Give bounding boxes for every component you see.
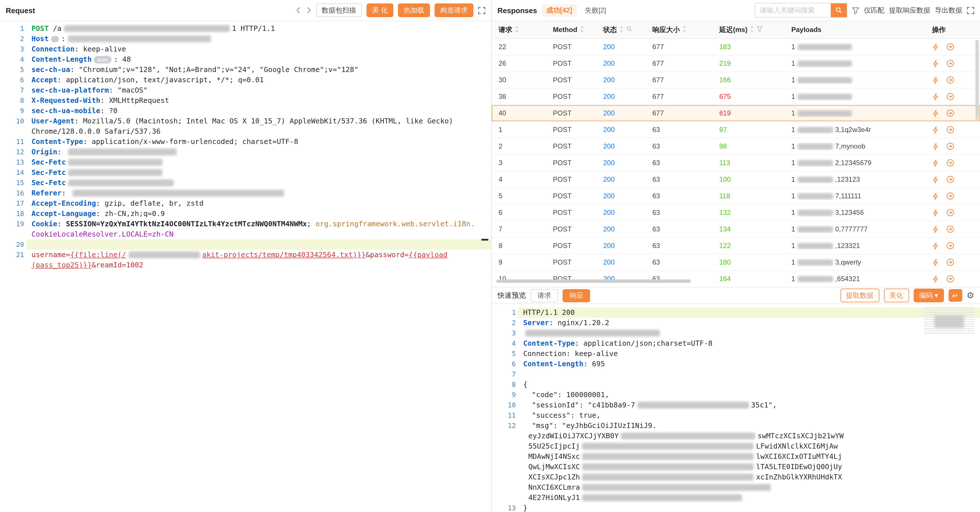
tab-success[interactable]: 成功[42] bbox=[542, 4, 577, 16]
view-detail-icon[interactable] bbox=[946, 242, 954, 250]
table-row[interactable]: 4POST200631001,123123 bbox=[492, 171, 980, 188]
table-row[interactable]: 30POST2006771661 bbox=[492, 72, 980, 89]
table-row[interactable]: 10POST200631641,654321 bbox=[492, 271, 980, 287]
construct-request-button[interactable]: 构造请求 bbox=[434, 3, 473, 17]
fuzz-payload-icon[interactable] bbox=[932, 93, 939, 100]
redacted-blur bbox=[797, 243, 833, 249]
fuzz-payload-icon[interactable] bbox=[932, 159, 939, 166]
table-row[interactable]: 7POST2006313410,7777777 bbox=[492, 221, 980, 238]
table-row[interactable]: 40POST2006776191 bbox=[492, 105, 980, 122]
table-row[interactable]: 3POST2006311312,12345679 bbox=[492, 155, 980, 171]
table-row[interactable]: 38POST2006776751 bbox=[492, 89, 980, 105]
fuzz-payload-icon[interactable] bbox=[932, 275, 939, 282]
view-detail-icon[interactable] bbox=[946, 109, 954, 117]
table-row[interactable]: 9POST2006318013,qwerty bbox=[492, 254, 980, 271]
fullscreen-icon[interactable] bbox=[967, 6, 974, 14]
tab-fail[interactable]: 失败[2] bbox=[581, 4, 609, 16]
gear-icon[interactable]: ⚙ bbox=[967, 290, 974, 301]
column-header-2[interactable]: 状态 bbox=[597, 25, 646, 35]
view-detail-icon[interactable] bbox=[946, 142, 954, 150]
column-filter-icon[interactable] bbox=[757, 26, 763, 34]
table-row[interactable]: 22POST2006771831 bbox=[492, 39, 980, 55]
response-editor[interactable]: 1HTTP/1.1 2002Server: nginx/1.20.234Cont… bbox=[492, 305, 980, 512]
beautify-response-button[interactable]: 美化 bbox=[884, 288, 909, 302]
column-search-icon[interactable] bbox=[626, 26, 632, 34]
fuzz-payload-icon[interactable] bbox=[932, 242, 939, 249]
encode-button[interactable]: 编码▾ bbox=[913, 288, 944, 302]
view-detail-icon[interactable] bbox=[946, 159, 954, 167]
search-icon[interactable] bbox=[831, 3, 847, 17]
extract-data-button[interactable]: 提取数据 bbox=[840, 288, 879, 302]
fuzz-payload-icon[interactable] bbox=[932, 143, 939, 150]
sort-icon[interactable] bbox=[515, 25, 519, 35]
column-header-6[interactable]: 操作 bbox=[925, 25, 975, 35]
code-line: MDAwNjI4NSxclwXCI6XCIxOTIuMTY4Lj bbox=[492, 452, 980, 462]
column-header-1[interactable]: Method bbox=[546, 25, 597, 35]
view-detail-icon[interactable] bbox=[946, 225, 954, 233]
fuzz-payload-icon[interactable] bbox=[932, 258, 939, 266]
redacted-blur bbox=[797, 77, 852, 83]
minimap[interactable] bbox=[924, 308, 974, 335]
view-detail-icon[interactable] bbox=[946, 258, 954, 266]
column-header-3[interactable]: 响应大小 bbox=[646, 25, 713, 35]
redacted-blur bbox=[797, 60, 852, 67]
code-line: 19Cookie: SESSION=YzQxYmI4YTktNzI4OC00NT… bbox=[0, 219, 491, 229]
table-row[interactable]: 2POST200639817,mynoob bbox=[492, 138, 980, 155]
vertical-scrollbar[interactable] bbox=[975, 40, 979, 120]
fullscreen-icon[interactable] bbox=[478, 6, 485, 14]
view-detail-icon[interactable] bbox=[946, 59, 954, 67]
redacted-blur bbox=[797, 259, 833, 265]
view-detail-icon[interactable] bbox=[946, 126, 954, 134]
newline-icon[interactable]: ↵ bbox=[948, 289, 962, 302]
search-input[interactable] bbox=[755, 6, 831, 14]
table-row[interactable]: 5POST2006311817,111111 bbox=[492, 188, 980, 204]
horizontal-scrollbar[interactable] bbox=[496, 279, 691, 283]
view-detail-icon[interactable] bbox=[946, 192, 954, 200]
fuzz-payload-icon[interactable] bbox=[932, 43, 939, 51]
sort-icon[interactable] bbox=[579, 25, 584, 35]
fuzz-payload-icon[interactable] bbox=[932, 192, 939, 200]
table-row[interactable]: 8POST200631221,123321 bbox=[492, 238, 980, 254]
redacted-blur bbox=[68, 179, 174, 186]
view-detail-icon[interactable] bbox=[946, 275, 954, 283]
column-header-5[interactable]: Payloads bbox=[784, 26, 925, 34]
fuzz-payload-icon[interactable] bbox=[932, 176, 939, 183]
export-data-button[interactable]: 导出数据 bbox=[935, 5, 962, 15]
fuzz-payload-icon[interactable] bbox=[932, 225, 939, 233]
column-header-0[interactable]: 请求 bbox=[492, 25, 546, 35]
filter-icon[interactable] bbox=[852, 6, 859, 14]
table-row[interactable]: 6POST2006313213,123456 bbox=[492, 204, 980, 221]
beautify-button[interactable]: 美 化 bbox=[366, 3, 393, 17]
view-detail-icon[interactable] bbox=[946, 43, 954, 51]
sort-icon[interactable] bbox=[682, 25, 687, 35]
table-row[interactable]: 26POST2006772191 bbox=[492, 55, 980, 72]
redacted-blur bbox=[621, 433, 755, 439]
fuzz-payload-icon[interactable] bbox=[932, 109, 939, 117]
view-detail-icon[interactable] bbox=[946, 76, 954, 84]
redacted-blur bbox=[68, 159, 162, 166]
sort-icon[interactable] bbox=[750, 25, 754, 35]
only-match-button[interactable]: 仅匹配 bbox=[864, 5, 885, 15]
code-line: 10 "sessionId": "c41bb8a9-735c1", bbox=[492, 400, 980, 410]
chevron-right-icon[interactable] bbox=[305, 7, 311, 14]
view-detail-icon[interactable] bbox=[946, 93, 954, 101]
redacted-blur bbox=[582, 484, 771, 491]
column-header-4[interactable]: 延迟(ms) bbox=[713, 25, 784, 35]
code-line: 7sec-ch-ua-platform: "macOS" bbox=[0, 85, 491, 95]
request-editor[interactable]: 1POST /a1 HTTP/1.12Host:3Connection: kee… bbox=[0, 21, 491, 270]
fuzz-payload-icon[interactable] bbox=[932, 60, 939, 67]
table-row[interactable]: 1POST200639713,1q2w3e4r bbox=[492, 122, 980, 138]
tab-preview-request[interactable]: 请求 bbox=[531, 289, 558, 302]
fuzz-payload-icon[interactable] bbox=[932, 76, 939, 84]
code-line: 1POST /a1 HTTP/1.1 bbox=[0, 24, 491, 34]
tab-preview-response[interactable]: 响应 bbox=[563, 289, 590, 302]
chevron-left-icon[interactable] bbox=[295, 7, 301, 14]
extract-response-button[interactable]: 提取响应数据 bbox=[889, 5, 930, 15]
view-detail-icon[interactable] bbox=[946, 209, 954, 217]
sort-icon[interactable] bbox=[619, 25, 624, 35]
hot-reload-button[interactable]: 热加载 bbox=[398, 3, 430, 17]
fuzz-payload-icon[interactable] bbox=[932, 209, 939, 216]
packet-scan-button[interactable]: 数据包扫描 bbox=[316, 3, 362, 17]
fuzz-payload-icon[interactable] bbox=[932, 126, 939, 133]
view-detail-icon[interactable] bbox=[946, 176, 954, 184]
